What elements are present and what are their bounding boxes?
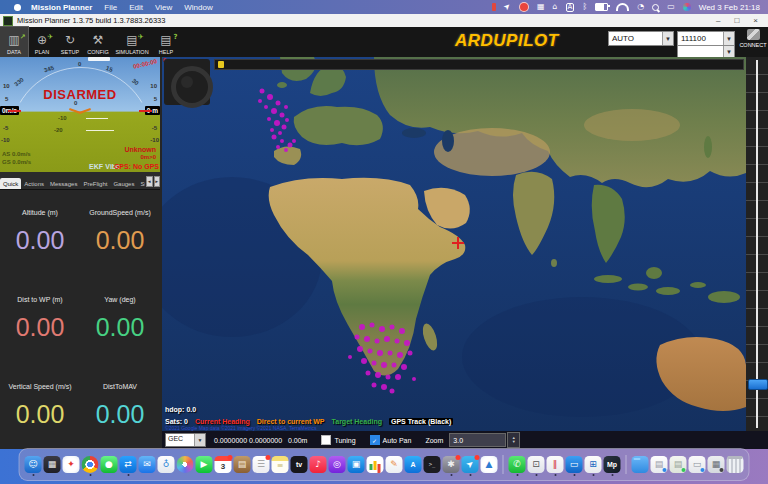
dock-parallels-icon[interactable]: ‖ (547, 456, 564, 473)
dock-chrome-icon[interactable] (82, 456, 99, 473)
zoom-spinner[interactable]: ▲▼ (507, 432, 520, 448)
dock-mail-icon[interactable]: ✉ (139, 456, 156, 473)
map-provider-dropdown[interactable]: GEC ▼ (165, 433, 206, 447)
dock-calendar-icon[interactable]: 3 (215, 456, 232, 473)
dock-apple-tv-icon[interactable]: tv (291, 456, 308, 473)
tuning-checkbox[interactable] (321, 435, 331, 445)
search-icon[interactable] (652, 4, 659, 11)
flight-mode-dropdown[interactable]: AUTO▼ (608, 31, 674, 46)
hud-artificial-horizon[interactable]: 330 345 0 15 30 00:00:00 DISARMED 10 5 -… (0, 57, 160, 172)
map-zoom-trackbar-vertical[interactable] (746, 57, 768, 431)
dock-telegram-icon[interactable]: ➤ (462, 456, 479, 473)
quick-cell-groundspeed[interactable]: GroundSpeed (m/s) 0.00 (80, 189, 160, 276)
tab-scroll-left[interactable]: ◄ (146, 176, 152, 187)
baud-rate-dropdown[interactable]: 111100▼ (677, 31, 735, 46)
hud-ekf-status[interactable]: EKF (89, 163, 103, 170)
dock-minimized-doc-2-icon[interactable]: ▤ (670, 456, 687, 473)
menu-view[interactable]: View (155, 3, 172, 12)
dock-launchpad-icon[interactable]: ▦ (44, 456, 61, 473)
dock-trails-maps-icon[interactable]: ▲ (481, 456, 498, 473)
toolbar-setup-button[interactable]: ↻ SETUP (56, 27, 84, 57)
zoom-value-input[interactable]: 3.0 (449, 433, 506, 447)
maximize-button[interactable]: □ (734, 16, 739, 25)
chevron-down-icon[interactable]: ▼ (662, 32, 673, 45)
dock-reminders-icon[interactable]: ☰ (253, 456, 270, 473)
dock-teamviewer-icon[interactable]: ⇄ (120, 456, 137, 473)
quick-cell-dist-to-wp[interactable]: Dist to WP (m) 0.00 (0, 276, 80, 363)
trackbar-handle[interactable] (748, 379, 768, 390)
dock-downloads-folder-icon[interactable] (632, 456, 649, 473)
dock-mission-planner-icon[interactable]: Mp (604, 456, 621, 473)
boxa-icon[interactable]: A (566, 3, 575, 12)
dock-minimized-doc-1-icon[interactable]: ▤ (651, 456, 668, 473)
dock-keynote-icon[interactable]: ▣ (348, 456, 365, 473)
batt-icon[interactable] (595, 3, 608, 11)
tab-messages[interactable]: Messages (47, 178, 80, 189)
dock-app-store-icon[interactable]: A (405, 456, 422, 473)
toolbar-data-button[interactable]: ▥↗ DATA (0, 27, 28, 57)
autopan-checkbox[interactable]: ✓ (370, 435, 380, 445)
status-icon[interactable]: ⌂ (553, 3, 558, 11)
menubar-app-name[interactable]: Mission Planner (31, 3, 92, 12)
quick-cell-altitude[interactable]: Altitude (m) 0.00 (0, 189, 80, 276)
dock-facetime-icon[interactable]: ▶ (196, 456, 213, 473)
world-map[interactable]: 0 hdop: 0.0 Sats: 0 Current Heading Dire… (162, 57, 746, 431)
menubar-clock[interactable]: Wed 3 Feb 21:18 (699, 3, 768, 12)
close-button[interactable]: × (753, 16, 758, 25)
dock-podcasts-icon[interactable]: ◎ (329, 456, 346, 473)
quick-cell-vertical-speed[interactable]: Vertical Speed (m/s) 0.00 (0, 362, 80, 449)
map-zoom-slider-horizontal[interactable] (214, 59, 744, 70)
dock-numbers-icon[interactable] (367, 456, 384, 473)
tab-gauges[interactable]: Gauges (110, 178, 137, 189)
wifi-icon[interactable] (616, 3, 629, 11)
tab-scroll-right[interactable]: ► (154, 176, 160, 187)
dock-whatsapp-icon[interactable]: ✆ (509, 456, 526, 473)
dock-safari-icon[interactable]: ✦ (63, 456, 80, 473)
tab-actions[interactable]: Actions (21, 178, 47, 189)
quick-cell-yaw[interactable]: Yaw (deg) 0.00 (80, 276, 160, 363)
dock-remote-desktop-icon[interactable]: ▭ (566, 456, 583, 473)
toolbar-simulation-button[interactable]: ▤✈ SIMULATION (112, 27, 152, 57)
quick-cell-dist-to-mav[interactable]: DistToMAV 0.00 (80, 362, 160, 449)
loc-icon[interactable]: ➤ (502, 2, 512, 12)
toolbar-config-button[interactable]: ⚒ CONFIG (84, 27, 112, 57)
dock-contacts-icon[interactable]: ▤ (234, 456, 251, 473)
tab-preflight[interactable]: PreFlight (80, 178, 110, 189)
dock-trash-icon[interactable] (727, 456, 744, 473)
dock-ms-remote-icon[interactable]: ⊞ (585, 456, 602, 473)
dock-terminal-icon[interactable]: >_ (424, 456, 441, 473)
toolbar-plan-button[interactable]: ⊕✈ PLAN (28, 27, 56, 57)
status-icon[interactable]: ◔ (637, 3, 644, 11)
menu-window[interactable]: Window (184, 3, 212, 12)
dock-pages-icon[interactable]: ✎ (386, 456, 403, 473)
toolbar-help-button[interactable]: ▤? HELP (152, 27, 180, 57)
autopan-label[interactable]: Auto Pan (383, 437, 412, 444)
chevron-down-icon[interactable]: ▼ (723, 32, 734, 45)
dock-notes-icon[interactable]: ≡ (272, 456, 289, 473)
dock-finder-icon[interactable]: ☺ (25, 456, 42, 473)
dock-music-icon[interactable]: ♪ (310, 456, 327, 473)
chevron-down-icon[interactable]: ▼ (723, 46, 734, 57)
dock-quicksupport-icon[interactable]: ⊡ (528, 456, 545, 473)
tab-status[interactable]: Status (137, 178, 145, 189)
slider-handle[interactable] (218, 61, 224, 68)
dock-photos-icon[interactable] (177, 456, 194, 473)
siri-icon[interactable] (683, 3, 691, 11)
chevron-down-icon[interactable]: ▼ (194, 434, 205, 446)
dock-minimized-doc-3-icon[interactable]: ▭ (689, 456, 706, 473)
redpill-icon[interactable] (492, 3, 496, 11)
menu-file[interactable]: File (104, 3, 117, 12)
connect-button[interactable]: CONNECT (738, 29, 768, 48)
menu-edit[interactable]: Edit (129, 3, 143, 12)
status-icon[interactable]: ▦ (537, 3, 545, 11)
dock-system-settings-icon[interactable]: ✱ (443, 456, 460, 473)
dock-minimized-doc-4-icon[interactable]: ▦ (708, 456, 725, 473)
minimize-button[interactable]: – (716, 16, 720, 25)
status-icon[interactable]: ▭ (667, 3, 675, 11)
reddot-icon[interactable] (519, 2, 529, 12)
tab-quick[interactable]: Quick (0, 178, 21, 189)
status-icon[interactable]: ᛒ (582, 3, 587, 11)
apple-menu-icon[interactable] (14, 4, 21, 11)
dock-messages-icon[interactable]: ● (101, 456, 118, 473)
dock-google-earth-icon[interactable]: ♁ (158, 456, 175, 473)
